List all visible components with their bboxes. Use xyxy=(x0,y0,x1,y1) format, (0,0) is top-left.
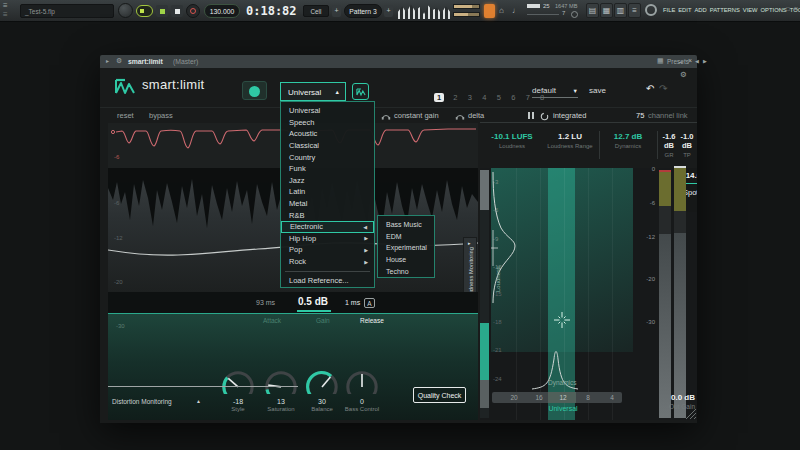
constant-gain-toggle[interactable]: constant gain xyxy=(394,111,439,120)
master-pitch-slider[interactable] xyxy=(453,4,480,9)
tempo-display[interactable]: 130.000 xyxy=(204,4,240,18)
attack-value[interactable]: 93 ms xyxy=(256,299,275,306)
plugin-titlebar[interactable]: ▸ ⚙ smart:limit (Master) ▦ Presets ◀ ▶ ─… xyxy=(100,55,697,68)
channel-link-value[interactable]: 75 xyxy=(636,111,644,120)
menu-edit[interactable]: EDIT xyxy=(678,7,691,13)
menu-item-latin[interactable]: Latin xyxy=(281,186,374,198)
menu-item-rock[interactable]: Rock▶ xyxy=(281,256,374,268)
preset-next-icon[interactable]: ▶ xyxy=(703,58,707,64)
browser-panel-icon[interactable]: ≡ xyxy=(628,3,641,18)
pattern-selector[interactable]: Pattern 3 xyxy=(344,4,382,18)
tap-tempo-icon[interactable] xyxy=(645,4,657,16)
menu-item-classical[interactable]: Classical xyxy=(281,140,374,152)
wrapper-gear-icon[interactable]: ⚙ xyxy=(116,57,122,65)
preset-slot-6[interactable]: 6 xyxy=(508,93,518,102)
menu-patterns[interactable]: PATTERNS xyxy=(710,7,740,13)
add-pattern-button[interactable]: + xyxy=(384,5,393,17)
playlist-panel-icon[interactable]: ▤ xyxy=(586,3,599,18)
distortion-monitoring-toggle[interactable]: Distortion Monitoring xyxy=(112,398,172,405)
menu-item-metal[interactable]: Metal xyxy=(281,198,374,210)
pause-icon[interactable] xyxy=(528,112,530,119)
smart-profile-button[interactable] xyxy=(352,83,369,100)
window-minimize-icon[interactable]: ─ xyxy=(777,6,781,12)
genre-profile-dropdown[interactable]: Universal ▲ xyxy=(280,82,346,101)
preset-prev-icon[interactable]: ◀ xyxy=(695,58,699,64)
submenu-item-edm[interactable]: EDM xyxy=(378,231,434,243)
metronome-icon[interactable]: ♩ xyxy=(512,5,522,17)
auto-release-button[interactable]: A xyxy=(364,298,375,308)
quality-check-button[interactable]: Quality Check xyxy=(413,387,466,403)
reset-button[interactable]: reset xyxy=(117,111,134,120)
menu-options[interactable]: OPTIONS xyxy=(761,7,787,13)
balance-knob[interactable]: 30 Balance xyxy=(300,368,344,414)
preset-slot-3[interactable]: 3 xyxy=(465,93,475,102)
project-title-field[interactable]: _Test-5.flp xyxy=(20,4,114,18)
attack-tab-label[interactable]: Attack xyxy=(263,317,281,324)
preset-slot-5[interactable]: 5 xyxy=(494,93,504,102)
preset-slot-4[interactable]: 4 xyxy=(479,93,489,102)
menu-add[interactable]: ADD xyxy=(694,7,706,13)
style-knob[interactable]: -18 Style xyxy=(216,368,260,414)
record-arm-icon[interactable]: ⌂ xyxy=(499,5,509,17)
submenu-item-bass-music[interactable]: Bass Music xyxy=(378,219,434,231)
delta-toggle[interactable]: delta xyxy=(468,111,484,120)
window-maximize-icon[interactable]: □ xyxy=(786,6,790,12)
add-cell-button[interactable]: + xyxy=(332,5,341,17)
menu-item-universal[interactable]: Universal xyxy=(281,105,374,117)
release-tab-label[interactable]: Release xyxy=(360,317,384,324)
submenu-item-house[interactable]: House xyxy=(378,254,434,266)
main-volume-knob[interactable] xyxy=(118,3,133,18)
preset-slot-2[interactable]: 2 xyxy=(450,93,460,102)
mixer-panel-icon[interactable]: ▥ xyxy=(614,3,627,18)
menu-item-rnb[interactable]: R&B xyxy=(281,209,374,221)
record-button[interactable] xyxy=(186,4,200,18)
secondary-menu-icon[interactable]: ≡ xyxy=(3,10,8,19)
redo-icon[interactable]: ↷ xyxy=(659,83,667,94)
bass-control-knob[interactable]: 0 Bass Control xyxy=(340,368,384,414)
resize-handle[interactable] xyxy=(683,406,697,420)
main-menu-icon[interactable]: ≡ xyxy=(3,1,8,10)
menu-file[interactable]: FILE xyxy=(663,7,675,13)
learn-button[interactable] xyxy=(242,81,267,100)
window-close-icon[interactable]: × xyxy=(794,5,798,12)
saturation-knob[interactable]: 13 Saturation xyxy=(259,368,303,414)
delta-headphone-icon[interactable] xyxy=(455,112,465,120)
preset-name-selector[interactable]: default ▼ xyxy=(532,86,578,98)
out-gain-value[interactable]: 0.0 dB xyxy=(643,393,695,402)
gain-value[interactable]: 0.5 dB xyxy=(298,296,328,307)
menu-item-load-reference[interactable]: Load Reference... xyxy=(281,274,374,286)
plugin-minimize-icon[interactable]: ─ xyxy=(678,58,683,65)
master-volume-slider[interactable] xyxy=(453,12,480,17)
target-crosshair-icon[interactable] xyxy=(554,312,570,328)
plugin-close-icon[interactable]: × xyxy=(688,57,692,64)
menu-item-jazz[interactable]: Jazz xyxy=(281,175,374,187)
menu-item-acoustic[interactable]: Acoustic xyxy=(281,128,374,140)
piano-roll-panel-icon[interactable]: ▦ xyxy=(600,3,613,18)
time-display[interactable]: 0:18:82 xyxy=(246,2,302,20)
stop-button[interactable] xyxy=(171,5,183,17)
wrapper-menu-icon[interactable]: ▸ xyxy=(106,57,109,64)
menu-view[interactable]: VIEW xyxy=(743,7,758,13)
save-button[interactable]: save xyxy=(589,86,606,95)
menu-item-funk[interactable]: Funk xyxy=(281,163,374,175)
cell-selector[interactable]: Cell xyxy=(303,5,329,17)
hint-slider[interactable] xyxy=(527,14,559,15)
refresh-circle-icon[interactable] xyxy=(540,112,549,121)
plugin-settings-gear-icon[interactable]: ⚙ xyxy=(680,70,687,79)
constant-gain-headphone-icon[interactable] xyxy=(381,112,391,120)
release-value[interactable]: 1 ms xyxy=(345,299,360,306)
gain-tab-label[interactable]: Gain xyxy=(316,317,330,324)
song-pattern-switch[interactable] xyxy=(136,5,153,17)
menu-item-hip-hop[interactable]: Hip Hop▶ xyxy=(281,233,374,245)
play-button[interactable] xyxy=(156,5,168,17)
menu-item-country[interactable]: Country xyxy=(281,151,374,163)
typing-keyboard-icon[interactable] xyxy=(484,4,495,18)
integrated-mode-label[interactable]: integrated xyxy=(553,111,586,120)
menu-item-speech[interactable]: Speech xyxy=(281,117,374,129)
submenu-item-experimental[interactable]: Experimental xyxy=(378,242,434,254)
submenu-item-techno[interactable]: Techno xyxy=(378,265,434,277)
menu-item-pop[interactable]: Pop▶ xyxy=(281,244,374,256)
preset-slot-1[interactable]: 1 xyxy=(434,93,444,102)
menu-item-electronic[interactable]: Electronic◀ xyxy=(281,221,374,233)
wrapper-presets-grid-icon[interactable]: ▦ xyxy=(657,57,664,65)
